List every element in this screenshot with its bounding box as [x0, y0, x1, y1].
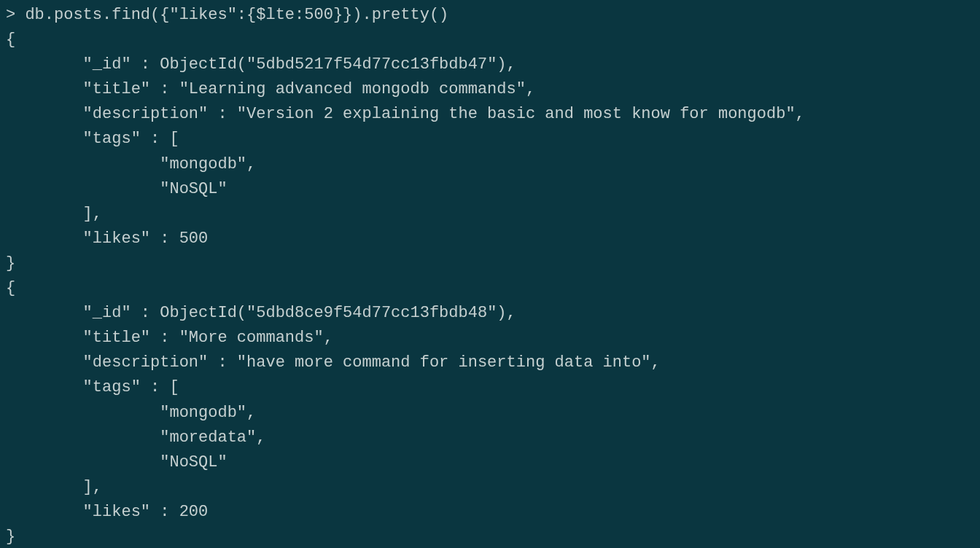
terminal-output[interactable]: > db.posts.find({"likes":{$lte:500}}).pr…: [6, 3, 974, 548]
result-block-0: { "_id" : ObjectId("5dbd5217f54d77cc13fb…: [6, 31, 805, 273]
result-1-likes: 200: [179, 503, 209, 521]
result-0-tag-1: NoSQL: [169, 180, 217, 198]
result-1-tag-1: moredata: [169, 428, 246, 447]
result-0-likes: 500: [179, 230, 209, 248]
result-1-tag-2: NoSQL: [169, 453, 217, 471]
result-0-title: Learning advanced mongodb commands: [189, 80, 516, 98]
result-1-tag-0: mongodb: [169, 404, 236, 422]
result-1-description: have more command for inserting data int…: [246, 353, 641, 372]
result-1-id: 5dbd8ce9f54d77cc13fbdb48: [256, 304, 487, 322]
result-1-title: More commands: [189, 329, 314, 347]
result-0-description: Version 2 explaining the basic and most …: [246, 105, 785, 123]
result-0-tag-0: mongodb: [169, 155, 236, 173]
command-text: db.posts.find({"likes":{$lte:500}}).pret…: [25, 6, 448, 24]
result-block-1: { "_id" : ObjectId("5dbd8ce9f54d77cc13fb…: [6, 279, 661, 546]
result-0-id: 5dbd5217f54d77cc13fbdb47: [256, 55, 487, 74]
prompt-symbol: >: [6, 6, 15, 24]
